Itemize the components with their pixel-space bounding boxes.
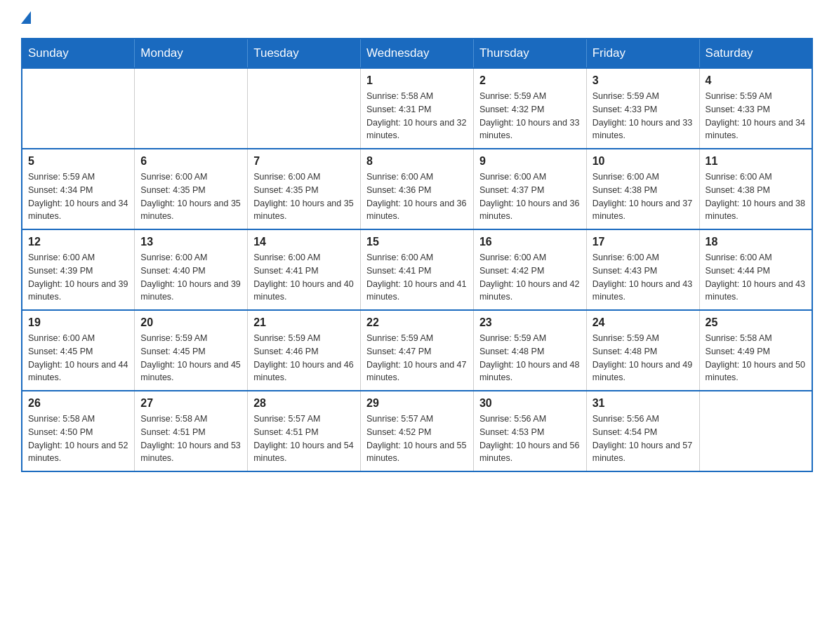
calendar-day-cell: 20Sunrise: 5:59 AM Sunset: 4:45 PM Dayli… <box>135 310 248 391</box>
calendar-day-cell: 23Sunrise: 5:59 AM Sunset: 4:48 PM Dayli… <box>473 310 586 391</box>
calendar-day-cell: 16Sunrise: 6:00 AM Sunset: 4:42 PM Dayli… <box>473 229 586 310</box>
calendar-day-cell: 22Sunrise: 5:59 AM Sunset: 4:47 PM Dayli… <box>361 310 474 391</box>
calendar-day-cell: 31Sunrise: 5:56 AM Sunset: 4:54 PM Dayli… <box>586 391 699 471</box>
day-info: Sunrise: 5:59 AM Sunset: 4:34 PM Dayligh… <box>28 170 128 223</box>
day-number: 1 <box>366 74 468 87</box>
day-number: 27 <box>140 397 241 410</box>
day-info: Sunrise: 6:00 AM Sunset: 4:37 PM Dayligh… <box>479 170 581 223</box>
day-number: 19 <box>28 316 128 329</box>
calendar-day-cell: 9Sunrise: 6:00 AM Sunset: 4:37 PM Daylig… <box>473 149 586 229</box>
day-info: Sunrise: 5:59 AM Sunset: 4:48 PM Dayligh… <box>593 332 694 384</box>
calendar-day-cell: 27Sunrise: 5:58 AM Sunset: 4:51 PM Dayli… <box>135 391 248 471</box>
day-number: 23 <box>479 316 581 329</box>
day-info: Sunrise: 5:59 AM Sunset: 4:48 PM Dayligh… <box>479 332 581 384</box>
day-number: 11 <box>706 155 806 168</box>
day-number: 13 <box>140 236 241 248</box>
calendar-day-cell <box>248 68 361 149</box>
calendar-day-cell <box>135 68 248 149</box>
day-info: Sunrise: 5:59 AM Sunset: 4:45 PM Dayligh… <box>140 332 241 384</box>
calendar-day-cell <box>699 391 812 471</box>
day-number: 28 <box>253 397 355 410</box>
day-info: Sunrise: 6:00 AM Sunset: 4:44 PM Dayligh… <box>706 251 806 304</box>
calendar-day-cell: 15Sunrise: 6:00 AM Sunset: 4:41 PM Dayli… <box>361 229 474 310</box>
day-number: 5 <box>28 155 128 168</box>
day-number: 4 <box>706 74 806 87</box>
day-number: 9 <box>479 155 581 168</box>
day-number: 31 <box>593 397 694 410</box>
day-info: Sunrise: 5:56 AM Sunset: 4:54 PM Dayligh… <box>593 412 694 465</box>
calendar-week-row: 19Sunrise: 6:00 AM Sunset: 4:45 PM Dayli… <box>22 310 812 391</box>
logo-triangle-icon <box>21 11 31 24</box>
calendar-day-cell: 21Sunrise: 5:59 AM Sunset: 4:46 PM Dayli… <box>248 310 361 391</box>
weekday-header-row: Sunday Monday Tuesday Wednesday Thursday… <box>22 39 812 68</box>
calendar-day-cell: 8Sunrise: 6:00 AM Sunset: 4:36 PM Daylig… <box>361 149 474 229</box>
day-info: Sunrise: 6:00 AM Sunset: 4:38 PM Dayligh… <box>706 170 806 223</box>
header-sunday: Sunday <box>22 39 135 68</box>
day-info: Sunrise: 6:00 AM Sunset: 4:40 PM Dayligh… <box>140 251 241 304</box>
day-number: 18 <box>706 236 806 248</box>
day-info: Sunrise: 6:00 AM Sunset: 4:39 PM Dayligh… <box>28 251 128 304</box>
day-number: 3 <box>593 74 694 87</box>
calendar-day-cell: 11Sunrise: 6:00 AM Sunset: 4:38 PM Dayli… <box>699 149 812 229</box>
day-info: Sunrise: 5:57 AM Sunset: 4:51 PM Dayligh… <box>253 412 355 465</box>
day-info: Sunrise: 5:59 AM Sunset: 4:46 PM Dayligh… <box>253 332 355 384</box>
day-number: 22 <box>366 316 468 329</box>
calendar-week-row: 1Sunrise: 5:58 AM Sunset: 4:31 PM Daylig… <box>22 68 812 149</box>
calendar-week-row: 12Sunrise: 6:00 AM Sunset: 4:39 PM Dayli… <box>22 229 812 310</box>
day-info: Sunrise: 5:58 AM Sunset: 4:50 PM Dayligh… <box>28 412 128 465</box>
day-info: Sunrise: 5:58 AM Sunset: 4:31 PM Dayligh… <box>366 90 468 142</box>
day-info: Sunrise: 6:00 AM Sunset: 4:41 PM Dayligh… <box>366 251 468 304</box>
calendar-day-cell: 28Sunrise: 5:57 AM Sunset: 4:51 PM Dayli… <box>248 391 361 471</box>
calendar-day-cell: 19Sunrise: 6:00 AM Sunset: 4:45 PM Dayli… <box>22 310 135 391</box>
calendar-day-cell: 14Sunrise: 6:00 AM Sunset: 4:41 PM Dayli… <box>248 229 361 310</box>
calendar-week-row: 26Sunrise: 5:58 AM Sunset: 4:50 PM Dayli… <box>22 391 812 471</box>
calendar-day-cell <box>22 68 135 149</box>
day-info: Sunrise: 5:59 AM Sunset: 4:33 PM Dayligh… <box>593 90 694 142</box>
day-number: 25 <box>706 316 806 329</box>
calendar-day-cell: 26Sunrise: 5:58 AM Sunset: 4:50 PM Dayli… <box>22 391 135 471</box>
calendar-day-cell: 12Sunrise: 6:00 AM Sunset: 4:39 PM Dayli… <box>22 229 135 310</box>
day-number: 12 <box>28 236 128 248</box>
calendar-day-cell: 13Sunrise: 6:00 AM Sunset: 4:40 PM Dayli… <box>135 229 248 310</box>
day-number: 26 <box>28 397 128 410</box>
header-wednesday: Wednesday <box>361 39 474 68</box>
calendar-day-cell: 17Sunrise: 6:00 AM Sunset: 4:43 PM Dayli… <box>586 229 699 310</box>
page-header <box>21 14 813 24</box>
day-info: Sunrise: 6:00 AM Sunset: 4:41 PM Dayligh… <box>253 251 355 304</box>
calendar-day-cell: 29Sunrise: 5:57 AM Sunset: 4:52 PM Dayli… <box>361 391 474 471</box>
header-thursday: Thursday <box>473 39 586 68</box>
day-number: 10 <box>593 155 694 168</box>
calendar-day-cell: 2Sunrise: 5:59 AM Sunset: 4:32 PM Daylig… <box>473 68 586 149</box>
day-info: Sunrise: 5:59 AM Sunset: 4:32 PM Dayligh… <box>479 90 581 142</box>
calendar-day-cell: 5Sunrise: 5:59 AM Sunset: 4:34 PM Daylig… <box>22 149 135 229</box>
day-number: 6 <box>140 155 241 168</box>
day-number: 30 <box>479 397 581 410</box>
day-info: Sunrise: 5:56 AM Sunset: 4:53 PM Dayligh… <box>479 412 581 465</box>
calendar-day-cell: 1Sunrise: 5:58 AM Sunset: 4:31 PM Daylig… <box>361 68 474 149</box>
day-number: 17 <box>593 236 694 248</box>
calendar-day-cell: 10Sunrise: 6:00 AM Sunset: 4:38 PM Dayli… <box>586 149 699 229</box>
day-info: Sunrise: 6:00 AM Sunset: 4:45 PM Dayligh… <box>28 332 128 384</box>
day-info: Sunrise: 6:00 AM Sunset: 4:43 PM Dayligh… <box>593 251 694 304</box>
day-info: Sunrise: 5:58 AM Sunset: 4:51 PM Dayligh… <box>140 412 241 465</box>
calendar-day-cell: 6Sunrise: 6:00 AM Sunset: 4:35 PM Daylig… <box>135 149 248 229</box>
day-number: 29 <box>366 397 468 410</box>
header-monday: Monday <box>135 39 248 68</box>
day-number: 21 <box>253 316 355 329</box>
header-saturday: Saturday <box>699 39 812 68</box>
day-info: Sunrise: 6:00 AM Sunset: 4:36 PM Dayligh… <box>366 170 468 223</box>
day-info: Sunrise: 5:58 AM Sunset: 4:49 PM Dayligh… <box>706 332 806 384</box>
day-number: 2 <box>479 74 581 87</box>
header-friday: Friday <box>586 39 699 68</box>
day-number: 8 <box>366 155 468 168</box>
day-number: 24 <box>593 316 694 329</box>
day-info: Sunrise: 5:57 AM Sunset: 4:52 PM Dayligh… <box>366 412 468 465</box>
day-info: Sunrise: 6:00 AM Sunset: 4:42 PM Dayligh… <box>479 251 581 304</box>
calendar-day-cell: 18Sunrise: 6:00 AM Sunset: 4:44 PM Dayli… <box>699 229 812 310</box>
day-info: Sunrise: 5:59 AM Sunset: 4:33 PM Dayligh… <box>706 90 806 142</box>
day-number: 16 <box>479 236 581 248</box>
day-info: Sunrise: 6:00 AM Sunset: 4:35 PM Dayligh… <box>140 170 241 223</box>
day-info: Sunrise: 6:00 AM Sunset: 4:38 PM Dayligh… <box>593 170 694 223</box>
day-number: 7 <box>253 155 355 168</box>
calendar-day-cell: 7Sunrise: 6:00 AM Sunset: 4:35 PM Daylig… <box>248 149 361 229</box>
